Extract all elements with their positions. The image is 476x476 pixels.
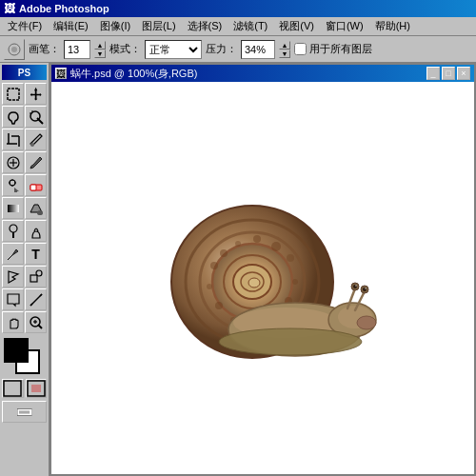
pen-tool[interactable] (2, 243, 24, 265)
shape-tool[interactable] (25, 266, 47, 288)
tool-row-9 (2, 266, 47, 288)
menu-layer[interactable]: 图层(L) (136, 17, 181, 35)
svg-rect-42 (19, 410, 30, 413)
svg-line-4 (37, 118, 43, 124)
svg-point-59 (207, 284, 212, 289)
crop-tool[interactable] (2, 129, 24, 150)
zoom-tool[interactable] (25, 311, 47, 333)
menu-select[interactable]: 选择(S) (182, 17, 228, 35)
svg-marker-27 (9, 271, 18, 283)
menu-file[interactable]: 文件(F) (2, 17, 48, 35)
svg-point-74 (355, 285, 357, 287)
brush-label: 画笔： (29, 42, 60, 56)
dodge-tool[interactable] (2, 220, 24, 242)
quick-mask-mode-btn[interactable] (26, 379, 48, 398)
document-title-bar: 🖼 蜗牛.psd @ 100%(身,RGB) _ □ × (51, 65, 474, 82)
svg-point-60 (210, 262, 218, 269)
marquee-tool[interactable] (2, 83, 24, 105)
brush-size-input[interactable] (64, 40, 90, 59)
svg-point-76 (219, 328, 362, 355)
eyedropper-tool[interactable] (25, 129, 47, 150)
svg-point-29 (36, 270, 42, 276)
svg-point-50 (248, 278, 260, 288)
tool-row-2 (2, 106, 47, 128)
svg-rect-37 (4, 381, 21, 396)
brush-size-up[interactable]: ▲ (94, 41, 106, 50)
eraser-tool[interactable] (25, 174, 47, 196)
svg-rect-28 (30, 275, 37, 282)
menu-image[interactable]: 图像(I) (94, 17, 136, 35)
pressure-down[interactable]: ▼ (279, 50, 290, 58)
notes-tool[interactable] (2, 288, 24, 310)
svg-marker-3 (30, 87, 41, 100)
pressure-up[interactable]: ▲ (279, 41, 290, 50)
title-bar: 🖼 Adobe Photoshop (0, 0, 476, 17)
burn-tool[interactable] (25, 220, 47, 242)
document-canvas[interactable] (51, 82, 474, 474)
tool-row-8: T (2, 243, 47, 265)
menu-window[interactable]: 窗口(W) (320, 17, 369, 35)
brush-tool[interactable] (25, 151, 47, 173)
svg-rect-22 (30, 185, 36, 190)
menu-bar: 文件(F) 编辑(E) 图像(I) 图层(L) 选择(S) 滤镜(T) 视图(V… (0, 17, 476, 36)
tool-row-7 (2, 220, 47, 242)
clone-tool[interactable] (2, 174, 24, 196)
screen-mode-row (2, 401, 47, 423)
all-layers-label: 用于所有图层 (309, 42, 372, 56)
tool-row-10 (2, 288, 47, 310)
snail-image (148, 182, 395, 374)
svg-line-34 (38, 325, 42, 328)
mode-label: 模式： (109, 42, 141, 56)
brush-preset-picker[interactable] (4, 39, 25, 60)
magic-wand-tool[interactable] (25, 106, 47, 128)
paint-bucket-tool[interactable] (25, 197, 47, 219)
pressure-stepper[interactable]: ▲ ▼ (279, 41, 290, 58)
all-layers-checkbox[interactable] (294, 43, 307, 55)
svg-point-24 (10, 225, 17, 232)
text-tool[interactable]: T (25, 243, 47, 265)
doc-minimize-btn[interactable]: _ (426, 67, 440, 80)
options-bar: 画笔： ▲ ▼ 模式： 正常 溶解 正片叠底 压力： ▲ ▼ 用于所有图层 (0, 36, 476, 63)
path-select-tool[interactable] (2, 266, 24, 288)
app-title: Adobe Photoshop (19, 3, 109, 14)
svg-point-55 (292, 279, 298, 285)
heal-tool[interactable] (2, 151, 24, 173)
tool-row-1 (2, 83, 47, 105)
tool-row-3 (2, 129, 47, 150)
measure-tool[interactable] (25, 288, 47, 310)
foreground-color[interactable] (4, 338, 29, 363)
svg-point-5 (30, 111, 40, 121)
brush-size-stepper[interactable]: ▲ ▼ (94, 41, 106, 58)
doc-close-btn[interactable]: × (457, 67, 470, 80)
svg-line-26 (8, 258, 10, 260)
hand-tool[interactable] (2, 311, 24, 333)
menu-filter[interactable]: 滤镜(T) (228, 17, 273, 35)
toolbox-header: PS (2, 65, 47, 80)
screen-mode-btn[interactable] (2, 401, 47, 423)
menu-edit[interactable]: 编辑(E) (48, 17, 94, 35)
snail-svg (148, 182, 395, 372)
svg-point-73 (365, 288, 367, 289)
menu-help[interactable]: 帮助(H) (369, 17, 416, 35)
gradient-tool[interactable] (2, 197, 24, 219)
doc-icon: 🖼 (55, 68, 67, 79)
color-swatches (2, 338, 47, 374)
svg-rect-39 (31, 385, 41, 392)
menu-view[interactable]: 视图(V) (273, 17, 320, 35)
lasso-tool[interactable] (2, 106, 24, 128)
doc-maximize-btn[interactable]: □ (442, 67, 455, 80)
svg-point-12 (30, 143, 34, 147)
tool-row-11 (2, 311, 47, 333)
svg-point-54 (287, 254, 294, 262)
canvas-area: 🖼 蜗牛.psd @ 100%(身,RGB) _ □ × (50, 63, 476, 476)
pressure-input[interactable] (241, 40, 275, 59)
svg-line-31 (30, 304, 32, 306)
standard-mode-btn[interactable] (2, 379, 24, 398)
svg-point-52 (235, 241, 241, 247)
tool-row-5 (2, 174, 47, 196)
mode-select[interactable]: 正常 溶解 正片叠底 (145, 40, 202, 59)
brush-size-down[interactable]: ▼ (94, 50, 106, 58)
tool-row-4 (2, 151, 47, 173)
move-tool[interactable] (25, 83, 47, 105)
svg-point-53 (271, 242, 281, 251)
